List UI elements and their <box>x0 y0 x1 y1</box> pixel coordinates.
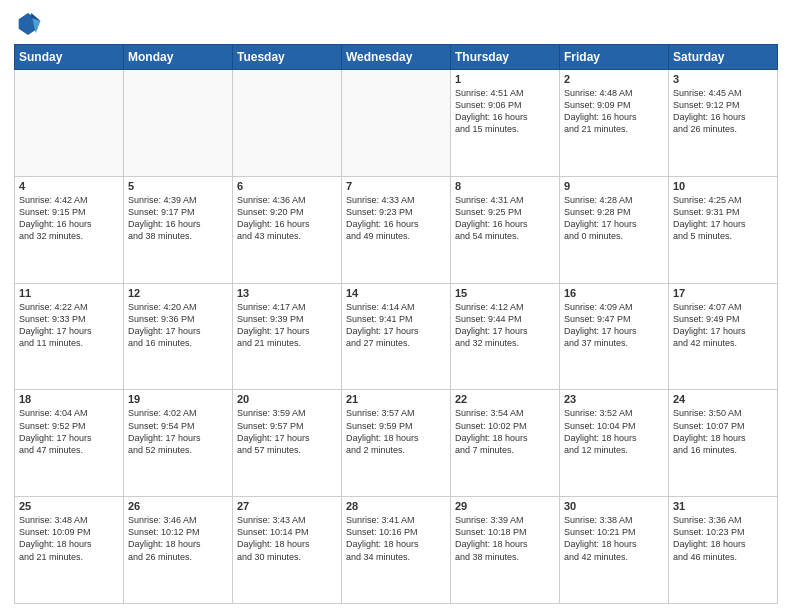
day-info: Sunrise: 4:48 AM Sunset: 9:09 PM Dayligh… <box>564 87 664 136</box>
day-number: 9 <box>564 180 664 192</box>
day-info: Sunrise: 4:04 AM Sunset: 9:52 PM Dayligh… <box>19 407 119 456</box>
calendar-cell: 10Sunrise: 4:25 AM Sunset: 9:31 PM Dayli… <box>669 176 778 283</box>
day-number: 1 <box>455 73 555 85</box>
day-number: 12 <box>128 287 228 299</box>
calendar-cell: 5Sunrise: 4:39 AM Sunset: 9:17 PM Daylig… <box>124 176 233 283</box>
calendar-cell: 14Sunrise: 4:14 AM Sunset: 9:41 PM Dayli… <box>342 283 451 390</box>
day-number: 8 <box>455 180 555 192</box>
day-number: 25 <box>19 500 119 512</box>
calendar-cell: 15Sunrise: 4:12 AM Sunset: 9:44 PM Dayli… <box>451 283 560 390</box>
calendar-cell <box>15 70 124 177</box>
calendar-cell: 24Sunrise: 3:50 AM Sunset: 10:07 PM Dayl… <box>669 390 778 497</box>
day-number: 22 <box>455 393 555 405</box>
day-info: Sunrise: 3:41 AM Sunset: 10:16 PM Daylig… <box>346 514 446 563</box>
day-number: 2 <box>564 73 664 85</box>
day-info: Sunrise: 3:36 AM Sunset: 10:23 PM Daylig… <box>673 514 773 563</box>
day-info: Sunrise: 3:52 AM Sunset: 10:04 PM Daylig… <box>564 407 664 456</box>
calendar-cell: 23Sunrise: 3:52 AM Sunset: 10:04 PM Dayl… <box>560 390 669 497</box>
calendar-cell: 16Sunrise: 4:09 AM Sunset: 9:47 PM Dayli… <box>560 283 669 390</box>
weekday-header-monday: Monday <box>124 45 233 70</box>
day-number: 20 <box>237 393 337 405</box>
day-number: 13 <box>237 287 337 299</box>
day-info: Sunrise: 4:36 AM Sunset: 9:20 PM Dayligh… <box>237 194 337 243</box>
day-info: Sunrise: 3:39 AM Sunset: 10:18 PM Daylig… <box>455 514 555 563</box>
calendar-week-5: 25Sunrise: 3:48 AM Sunset: 10:09 PM Dayl… <box>15 497 778 604</box>
day-number: 18 <box>19 393 119 405</box>
day-info: Sunrise: 4:39 AM Sunset: 9:17 PM Dayligh… <box>128 194 228 243</box>
day-info: Sunrise: 4:12 AM Sunset: 9:44 PM Dayligh… <box>455 301 555 350</box>
day-number: 19 <box>128 393 228 405</box>
weekday-header-friday: Friday <box>560 45 669 70</box>
day-info: Sunrise: 3:38 AM Sunset: 10:21 PM Daylig… <box>564 514 664 563</box>
weekday-header-sunday: Sunday <box>15 45 124 70</box>
day-number: 28 <box>346 500 446 512</box>
calendar-week-3: 11Sunrise: 4:22 AM Sunset: 9:33 PM Dayli… <box>15 283 778 390</box>
day-info: Sunrise: 3:54 AM Sunset: 10:02 PM Daylig… <box>455 407 555 456</box>
calendar-table: SundayMondayTuesdayWednesdayThursdayFrid… <box>14 44 778 604</box>
calendar-cell: 11Sunrise: 4:22 AM Sunset: 9:33 PM Dayli… <box>15 283 124 390</box>
weekday-header-row: SundayMondayTuesdayWednesdayThursdayFrid… <box>15 45 778 70</box>
day-info: Sunrise: 4:42 AM Sunset: 9:15 PM Dayligh… <box>19 194 119 243</box>
day-info: Sunrise: 3:59 AM Sunset: 9:57 PM Dayligh… <box>237 407 337 456</box>
day-info: Sunrise: 4:20 AM Sunset: 9:36 PM Dayligh… <box>128 301 228 350</box>
day-number: 6 <box>237 180 337 192</box>
calendar-cell: 31Sunrise: 3:36 AM Sunset: 10:23 PM Dayl… <box>669 497 778 604</box>
weekday-header-saturday: Saturday <box>669 45 778 70</box>
calendar-cell: 3Sunrise: 4:45 AM Sunset: 9:12 PM Daylig… <box>669 70 778 177</box>
day-info: Sunrise: 3:48 AM Sunset: 10:09 PM Daylig… <box>19 514 119 563</box>
logo <box>14 10 46 38</box>
weekday-header-thursday: Thursday <box>451 45 560 70</box>
day-number: 26 <box>128 500 228 512</box>
header <box>14 10 778 38</box>
calendar-cell: 18Sunrise: 4:04 AM Sunset: 9:52 PM Dayli… <box>15 390 124 497</box>
calendar-cell: 30Sunrise: 3:38 AM Sunset: 10:21 PM Dayl… <box>560 497 669 604</box>
day-info: Sunrise: 3:57 AM Sunset: 9:59 PM Dayligh… <box>346 407 446 456</box>
calendar-week-2: 4Sunrise: 4:42 AM Sunset: 9:15 PM Daylig… <box>15 176 778 283</box>
day-number: 7 <box>346 180 446 192</box>
day-info: Sunrise: 4:14 AM Sunset: 9:41 PM Dayligh… <box>346 301 446 350</box>
calendar-cell: 7Sunrise: 4:33 AM Sunset: 9:23 PM Daylig… <box>342 176 451 283</box>
calendar-cell: 13Sunrise: 4:17 AM Sunset: 9:39 PM Dayli… <box>233 283 342 390</box>
calendar-cell: 20Sunrise: 3:59 AM Sunset: 9:57 PM Dayli… <box>233 390 342 497</box>
day-number: 30 <box>564 500 664 512</box>
calendar-cell: 2Sunrise: 4:48 AM Sunset: 9:09 PM Daylig… <box>560 70 669 177</box>
day-number: 27 <box>237 500 337 512</box>
calendar-cell <box>342 70 451 177</box>
day-number: 23 <box>564 393 664 405</box>
day-number: 24 <box>673 393 773 405</box>
day-info: Sunrise: 4:31 AM Sunset: 9:25 PM Dayligh… <box>455 194 555 243</box>
calendar-cell: 9Sunrise: 4:28 AM Sunset: 9:28 PM Daylig… <box>560 176 669 283</box>
day-info: Sunrise: 3:46 AM Sunset: 10:12 PM Daylig… <box>128 514 228 563</box>
day-info: Sunrise: 4:25 AM Sunset: 9:31 PM Dayligh… <box>673 194 773 243</box>
weekday-header-wednesday: Wednesday <box>342 45 451 70</box>
day-number: 3 <box>673 73 773 85</box>
day-info: Sunrise: 4:51 AM Sunset: 9:06 PM Dayligh… <box>455 87 555 136</box>
day-number: 16 <box>564 287 664 299</box>
weekday-header-tuesday: Tuesday <box>233 45 342 70</box>
calendar-cell: 22Sunrise: 3:54 AM Sunset: 10:02 PM Dayl… <box>451 390 560 497</box>
day-info: Sunrise: 4:22 AM Sunset: 9:33 PM Dayligh… <box>19 301 119 350</box>
day-number: 15 <box>455 287 555 299</box>
day-number: 31 <box>673 500 773 512</box>
day-info: Sunrise: 4:07 AM Sunset: 9:49 PM Dayligh… <box>673 301 773 350</box>
day-number: 10 <box>673 180 773 192</box>
day-info: Sunrise: 4:33 AM Sunset: 9:23 PM Dayligh… <box>346 194 446 243</box>
calendar-cell: 21Sunrise: 3:57 AM Sunset: 9:59 PM Dayli… <box>342 390 451 497</box>
calendar-cell: 29Sunrise: 3:39 AM Sunset: 10:18 PM Dayl… <box>451 497 560 604</box>
day-info: Sunrise: 4:09 AM Sunset: 9:47 PM Dayligh… <box>564 301 664 350</box>
calendar-cell: 28Sunrise: 3:41 AM Sunset: 10:16 PM Dayl… <box>342 497 451 604</box>
day-number: 29 <box>455 500 555 512</box>
calendar-cell <box>233 70 342 177</box>
calendar-cell: 8Sunrise: 4:31 AM Sunset: 9:25 PM Daylig… <box>451 176 560 283</box>
calendar-cell: 19Sunrise: 4:02 AM Sunset: 9:54 PM Dayli… <box>124 390 233 497</box>
day-info: Sunrise: 3:43 AM Sunset: 10:14 PM Daylig… <box>237 514 337 563</box>
day-info: Sunrise: 3:50 AM Sunset: 10:07 PM Daylig… <box>673 407 773 456</box>
calendar-cell: 27Sunrise: 3:43 AM Sunset: 10:14 PM Dayl… <box>233 497 342 604</box>
day-info: Sunrise: 4:17 AM Sunset: 9:39 PM Dayligh… <box>237 301 337 350</box>
day-number: 11 <box>19 287 119 299</box>
day-number: 4 <box>19 180 119 192</box>
calendar-cell: 12Sunrise: 4:20 AM Sunset: 9:36 PM Dayli… <box>124 283 233 390</box>
calendar-week-1: 1Sunrise: 4:51 AM Sunset: 9:06 PM Daylig… <box>15 70 778 177</box>
logo-icon <box>14 10 42 38</box>
calendar-cell <box>124 70 233 177</box>
